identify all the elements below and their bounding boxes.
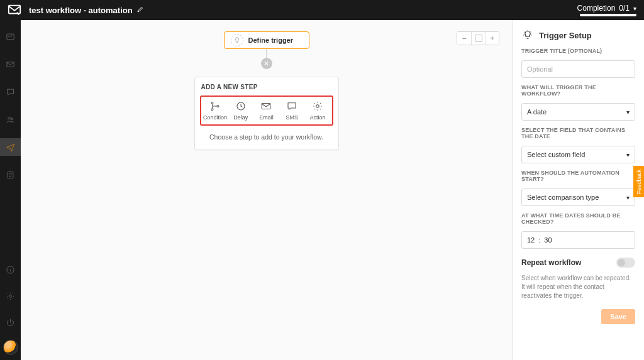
time-separator: : <box>538 236 540 244</box>
sidebar-item-info[interactable] <box>0 261 21 278</box>
trigger-node[interactable]: Define trigger <box>224 31 309 49</box>
workflow-canvas[interactable]: − + Define trigger ✕ ADD A NEW STEP Cond… <box>21 20 512 360</box>
svg-point-9 <box>211 109 213 111</box>
svg-point-8 <box>211 102 213 104</box>
zoom-controls: − + <box>457 31 499 45</box>
svg-point-10 <box>217 106 219 107</box>
bulb-icon <box>231 34 243 46</box>
bulb-icon <box>521 29 534 41</box>
add-step-caption: Choose a step to add to your workflow. <box>195 126 338 141</box>
branch-icon <box>209 101 221 112</box>
email-icon <box>260 101 272 112</box>
save-row: Save <box>521 309 635 324</box>
sms-icon <box>286 101 297 112</box>
zoom-fit-button[interactable] <box>471 32 485 45</box>
completion-value: 0/1 <box>619 4 630 13</box>
sidebar-item-settings[interactable] <box>0 287 21 305</box>
svg-rect-1 <box>7 34 14 40</box>
chevron-down-icon: ▾ <box>626 194 630 201</box>
sidebar-item-chat[interactable] <box>0 83 21 101</box>
panel-header: Trigger Setup <box>521 29 635 41</box>
what-trigger-value: A date <box>527 108 547 116</box>
completion-label: Completion <box>577 4 616 13</box>
what-trigger-label: WHAT WILL TRIGGER THE WORKFLOW? <box>521 84 635 97</box>
svg-point-3 <box>8 117 11 119</box>
step-option-condition-label: Condition <box>203 114 227 121</box>
when-start-label: WHEN SHOULD THE AUTOMATION START? <box>521 170 635 182</box>
connector-line <box>266 49 267 58</box>
svg-rect-0 <box>9 6 20 14</box>
sidebar-item-forms[interactable] <box>0 166 21 183</box>
add-step-title: ADD A NEW STEP <box>195 84 338 95</box>
zoom-out-button[interactable]: − <box>457 32 471 45</box>
save-button[interactable]: Save <box>601 309 635 324</box>
clock-icon <box>235 101 247 112</box>
fit-icon <box>475 35 482 42</box>
select-field-select[interactable]: Select custom field ▾ <box>521 146 635 163</box>
repeat-label: Repeat workflow <box>521 258 581 267</box>
user-avatar[interactable] <box>3 340 18 355</box>
add-step-card: ADD A NEW STEP Condition Delay Email <box>194 77 339 150</box>
sidebar-item-power[interactable] <box>0 314 21 331</box>
edit-title-icon[interactable] <box>136 6 144 15</box>
select-field-label: SELECT THE FIELD THAT CONTAINS THE DATE <box>521 127 635 139</box>
completion-progress-bar <box>580 14 636 16</box>
app-logo-icon[interactable] <box>8 3 21 17</box>
step-option-delay-label: Delay <box>233 114 248 121</box>
step-option-condition[interactable]: Condition <box>203 101 228 121</box>
step-option-action[interactable]: Action <box>305 101 330 121</box>
what-trigger-select[interactable]: A date ▾ <box>521 103 635 121</box>
trigger-setup-panel: Trigger Setup TRIGGER TITLE (OPTIONAL) W… <box>512 20 644 360</box>
trigger-node-label: Define trigger <box>248 36 294 44</box>
step-options-row: Condition Delay Email SMS <box>200 95 333 126</box>
step-option-sms[interactable]: SMS <box>279 101 304 121</box>
time-label: AT WHAT TIME DATES SHOULD BE CHECKED? <box>521 212 635 225</box>
when-start-select[interactable]: Select comparison type ▾ <box>521 188 635 206</box>
topbar-right: Completion 0/1 ▾ <box>577 4 636 16</box>
time-hour: 12 <box>527 236 535 244</box>
sidebar-item-dashboard[interactable] <box>0 28 21 45</box>
feedback-tab[interactable]: Feedback <box>633 166 644 197</box>
gear-icon <box>312 101 323 112</box>
repeat-toggle[interactable] <box>616 258 635 268</box>
step-option-email[interactable]: Email <box>253 101 279 121</box>
sidebar-item-mail[interactable] <box>0 55 21 73</box>
chevron-down-icon: ▾ <box>626 109 630 116</box>
chevron-down-icon: ▾ <box>626 151 630 158</box>
svg-point-4 <box>11 117 13 119</box>
completion-indicator[interactable]: Completion 0/1 ▾ <box>577 4 636 16</box>
top-bar: test workflow - automation Completion 0/… <box>0 0 644 20</box>
step-option-action-label: Action <box>310 114 326 121</box>
sidebar-item-automation[interactable] <box>0 138 21 156</box>
repeat-row: Repeat workflow <box>521 258 635 268</box>
workflow-title: test workflow - automation <box>29 6 144 15</box>
step-option-email-label: Email <box>259 114 274 121</box>
svg-rect-2 <box>7 62 14 67</box>
svg-point-13 <box>316 105 319 108</box>
workflow-title-text: test workflow - automation <box>29 6 133 15</box>
left-sidebar <box>0 20 21 360</box>
sidebar-item-contacts[interactable] <box>0 111 21 128</box>
completion-caret-icon: ▾ <box>633 5 636 12</box>
trigger-title-input[interactable] <box>521 60 635 78</box>
panel-title: Trigger Setup <box>539 31 592 40</box>
remove-node-button[interactable]: ✕ <box>261 58 272 69</box>
select-field-value: Select custom field <box>527 151 585 158</box>
time-minute: 30 <box>544 236 552 244</box>
topbar-left: test workflow - automation <box>8 3 144 17</box>
svg-point-7 <box>9 295 12 297</box>
workflow-column: Define trigger ✕ ADD A NEW STEP Conditio… <box>21 20 512 150</box>
main-area: − + Define trigger ✕ ADD A NEW STEP Cond… <box>0 20 644 360</box>
trigger-title-label: TRIGGER TITLE (OPTIONAL) <box>521 48 635 54</box>
when-start-value: Select comparison type <box>527 194 599 201</box>
repeat-help-text: Select when workflow can be repeated. It… <box>521 274 635 300</box>
svg-rect-12 <box>262 104 271 109</box>
step-option-delay[interactable]: Delay <box>228 101 253 121</box>
zoom-in-button[interactable]: + <box>485 32 499 45</box>
time-input[interactable]: 12 : 30 <box>521 231 635 249</box>
step-option-sms-label: SMS <box>286 114 299 121</box>
